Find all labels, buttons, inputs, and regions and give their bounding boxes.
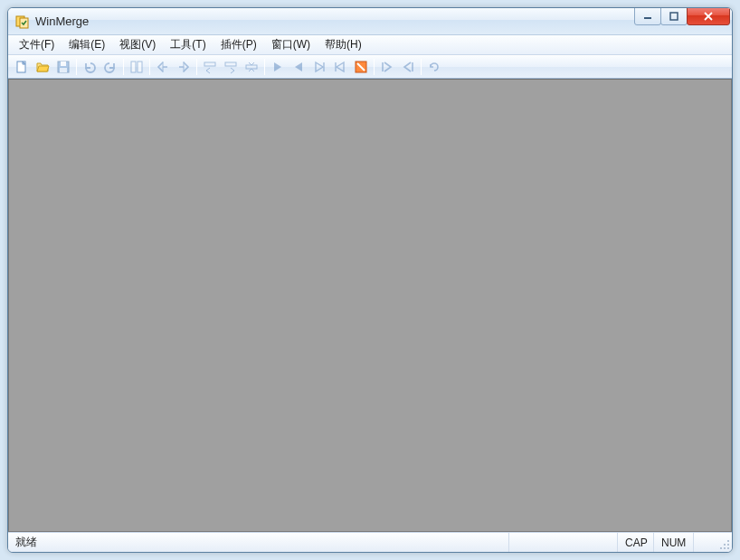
status-pane-1 [509, 533, 618, 552]
svg-rect-8 [131, 62, 136, 72]
redo-button[interactable] [100, 57, 120, 77]
toolbar [8, 55, 732, 79]
svg-rect-12 [204, 62, 215, 66]
status-cap: CAP [618, 533, 654, 552]
svg-rect-2 [644, 17, 651, 19]
svg-point-23 [727, 547, 729, 549]
menubar: 文件(F) 编辑(E) 视图(V) 工具(T) 插件(P) 窗口(W) 帮助(H… [8, 35, 732, 55]
svg-point-22 [724, 544, 726, 546]
toolbar-separator [76, 59, 77, 75]
toolbar-separator [421, 59, 422, 75]
merge-left-all-button[interactable] [153, 57, 173, 77]
svg-rect-9 [138, 62, 142, 72]
sidebyside-button[interactable] [127, 57, 147, 77]
refresh-button[interactable] [424, 57, 444, 77]
save-button[interactable] [53, 57, 73, 77]
menu-tools[interactable]: 工具(T) [163, 35, 213, 54]
status-num: NUM [654, 533, 694, 552]
menu-window[interactable]: 窗口(W) [264, 35, 318, 54]
menu-edit[interactable]: 编辑(E) [62, 35, 112, 54]
svg-rect-3 [670, 13, 678, 20]
status-pane-2 [694, 533, 716, 552]
undo-button[interactable] [80, 57, 100, 77]
svg-rect-6 [61, 62, 66, 66]
window-controls [635, 8, 730, 34]
menu-plugins[interactable]: 插件(P) [213, 35, 264, 54]
svg-point-25 [720, 547, 722, 549]
last-diff-button[interactable] [398, 57, 418, 77]
next-diff-button[interactable] [268, 57, 288, 77]
open-folder-button[interactable] [33, 57, 52, 77]
current-diff-button[interactable] [351, 57, 371, 77]
toolbar-separator [264, 59, 265, 75]
merge-right-all-button[interactable] [174, 57, 194, 77]
titlebar[interactable]: WinMerge [8, 8, 732, 35]
new-file-button[interactable] [12, 57, 32, 77]
svg-rect-13 [225, 62, 236, 66]
svg-rect-7 [60, 68, 67, 72]
prev-conflict-button[interactable] [330, 57, 350, 77]
toolbar-separator [374, 59, 375, 75]
svg-point-21 [727, 544, 729, 546]
toolbar-separator [196, 59, 197, 75]
resize-grip-icon[interactable] [716, 533, 732, 552]
app-icon [15, 14, 30, 29]
menu-help[interactable]: 帮助(H) [318, 35, 369, 54]
merge-right-button[interactable] [221, 57, 241, 77]
first-diff-button[interactable] [377, 57, 397, 77]
toolbar-separator [149, 59, 150, 75]
mdi-client-area [8, 79, 732, 532]
minimize-button[interactable] [634, 7, 661, 25]
close-button[interactable] [687, 7, 730, 25]
maximize-button[interactable] [660, 7, 688, 25]
svg-point-20 [727, 540, 729, 542]
menu-view[interactable]: 视图(V) [112, 35, 163, 54]
window-title: WinMerge [35, 14, 635, 28]
svg-point-24 [724, 547, 726, 549]
statusbar: 就绪 CAP NUM [8, 532, 732, 552]
next-conflict-button[interactable] [309, 57, 329, 77]
merge-left-button[interactable] [200, 57, 220, 77]
merge-row-button[interactable] [242, 57, 261, 77]
menu-file[interactable]: 文件(F) [12, 35, 62, 54]
prev-diff-button[interactable] [289, 57, 308, 77]
main-window: WinMerge 文件(F) 编辑(E) 视图(V) 工具(T) 插件(P) 窗… [7, 7, 733, 553]
toolbar-separator [123, 59, 124, 75]
status-ready: 就绪 [8, 533, 509, 552]
